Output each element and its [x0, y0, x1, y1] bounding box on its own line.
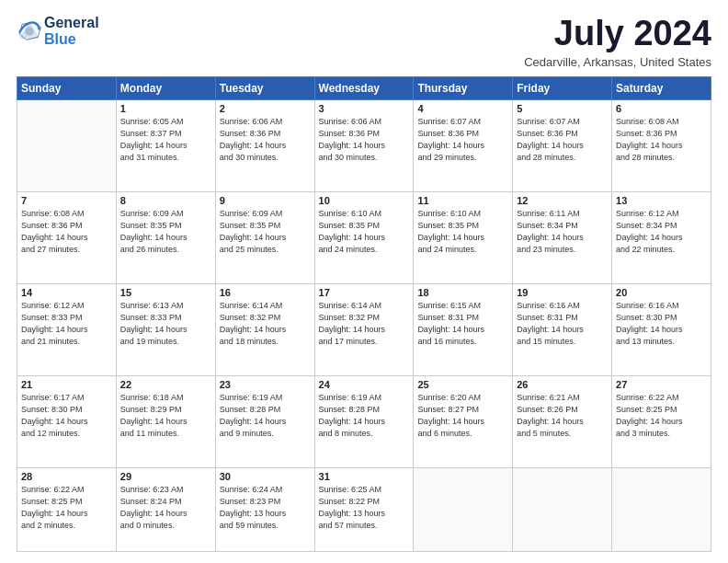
day-number: 22 — [120, 379, 211, 390]
day-number: 3 — [319, 103, 410, 114]
day-number: 2 — [220, 103, 311, 114]
calendar-cell: 23Sunrise: 6:19 AM Sunset: 8:28 PM Dayli… — [215, 375, 314, 467]
day-info: Sunrise: 6:06 AM Sunset: 8:36 PM Dayligh… — [220, 116, 311, 164]
location: Cedarville, Arkansas, United States — [524, 55, 711, 69]
col-monday: Monday — [116, 76, 215, 99]
day-number: 10 — [319, 195, 410, 206]
calendar-cell: 28Sunrise: 6:22 AM Sunset: 8:25 PM Dayli… — [17, 467, 117, 551]
calendar-cell: 16Sunrise: 6:14 AM Sunset: 8:32 PM Dayli… — [215, 283, 314, 375]
calendar-cell: 10Sunrise: 6:10 AM Sunset: 8:35 PM Dayli… — [314, 191, 414, 283]
calendar-cell — [17, 99, 117, 191]
day-info: Sunrise: 6:12 AM Sunset: 8:33 PM Dayligh… — [21, 300, 112, 348]
calendar-cell: 26Sunrise: 6:21 AM Sunset: 8:26 PM Dayli… — [513, 375, 612, 467]
day-number: 20 — [616, 287, 707, 298]
day-info: Sunrise: 6:12 AM Sunset: 8:34 PM Dayligh… — [616, 208, 707, 256]
title-area: July 2024 Cedarville, Arkansas, United S… — [524, 15, 711, 69]
calendar-cell: 21Sunrise: 6:17 AM Sunset: 8:30 PM Dayli… — [17, 375, 117, 467]
day-info: Sunrise: 6:07 AM Sunset: 8:36 PM Dayligh… — [517, 116, 608, 164]
day-number: 11 — [417, 195, 508, 206]
header: General Blue July 2024 Cedarville, Arkan… — [17, 15, 711, 69]
day-number: 19 — [517, 287, 608, 298]
page: General Blue July 2024 Cedarville, Arkan… — [0, 0, 728, 563]
day-info: Sunrise: 6:07 AM Sunset: 8:36 PM Dayligh… — [417, 116, 508, 164]
calendar-cell: 13Sunrise: 6:12 AM Sunset: 8:34 PM Dayli… — [612, 191, 711, 283]
day-info: Sunrise: 6:19 AM Sunset: 8:28 PM Dayligh… — [319, 392, 410, 440]
calendar-cell: 17Sunrise: 6:14 AM Sunset: 8:32 PM Dayli… — [314, 283, 414, 375]
day-info: Sunrise: 6:14 AM Sunset: 8:32 PM Dayligh… — [319, 300, 410, 348]
week-row-5: 28Sunrise: 6:22 AM Sunset: 8:25 PM Dayli… — [17, 467, 711, 551]
col-tuesday: Tuesday — [215, 76, 314, 99]
week-row-4: 21Sunrise: 6:17 AM Sunset: 8:30 PM Dayli… — [17, 375, 711, 467]
day-number: 4 — [417, 103, 508, 114]
day-info: Sunrise: 6:16 AM Sunset: 8:30 PM Dayligh… — [616, 300, 707, 348]
day-number: 12 — [517, 195, 608, 206]
day-info: Sunrise: 6:11 AM Sunset: 8:34 PM Dayligh… — [517, 208, 608, 256]
day-number: 6 — [616, 103, 707, 114]
week-row-3: 14Sunrise: 6:12 AM Sunset: 8:33 PM Dayli… — [17, 283, 711, 375]
day-info: Sunrise: 6:23 AM Sunset: 8:24 PM Dayligh… — [120, 484, 211, 532]
day-info: Sunrise: 6:08 AM Sunset: 8:36 PM Dayligh… — [616, 116, 707, 164]
calendar-cell: 5Sunrise: 6:07 AM Sunset: 8:36 PM Daylig… — [513, 99, 612, 191]
svg-point-3 — [25, 28, 33, 36]
month-title: July 2024 — [524, 15, 711, 53]
day-info: Sunrise: 6:08 AM Sunset: 8:36 PM Dayligh… — [21, 208, 112, 256]
col-sunday: Sunday — [17, 76, 117, 99]
calendar-cell: 25Sunrise: 6:20 AM Sunset: 8:27 PM Dayli… — [414, 375, 513, 467]
day-info: Sunrise: 6:25 AM Sunset: 8:22 PM Dayligh… — [319, 484, 410, 532]
day-number: 25 — [417, 379, 508, 390]
day-info: Sunrise: 6:14 AM Sunset: 8:32 PM Dayligh… — [220, 300, 311, 348]
day-number: 15 — [120, 287, 211, 298]
calendar-cell: 24Sunrise: 6:19 AM Sunset: 8:28 PM Dayli… — [314, 375, 414, 467]
calendar-table: Sunday Monday Tuesday Wednesday Thursday… — [17, 76, 711, 552]
calendar-cell: 8Sunrise: 6:09 AM Sunset: 8:35 PM Daylig… — [116, 191, 215, 283]
calendar-cell: 14Sunrise: 6:12 AM Sunset: 8:33 PM Dayli… — [17, 283, 117, 375]
calendar-cell: 31Sunrise: 6:25 AM Sunset: 8:22 PM Dayli… — [314, 467, 414, 551]
day-info: Sunrise: 6:21 AM Sunset: 8:26 PM Dayligh… — [517, 392, 608, 440]
calendar-cell: 29Sunrise: 6:23 AM Sunset: 8:24 PM Dayli… — [116, 467, 215, 551]
calendar-cell: 2Sunrise: 6:06 AM Sunset: 8:36 PM Daylig… — [215, 99, 314, 191]
calendar-cell: 15Sunrise: 6:13 AM Sunset: 8:33 PM Dayli… — [116, 283, 215, 375]
day-number: 23 — [220, 379, 311, 390]
day-number: 28 — [21, 471, 112, 482]
calendar-cell: 7Sunrise: 6:08 AM Sunset: 8:36 PM Daylig… — [17, 191, 117, 283]
day-number: 24 — [319, 379, 410, 390]
day-number: 5 — [517, 103, 608, 114]
calendar-header-row: Sunday Monday Tuesday Wednesday Thursday… — [17, 76, 711, 99]
day-number: 26 — [517, 379, 608, 390]
day-number: 7 — [21, 195, 112, 206]
day-info: Sunrise: 6:22 AM Sunset: 8:25 PM Dayligh… — [21, 484, 112, 532]
calendar-cell: 6Sunrise: 6:08 AM Sunset: 8:36 PM Daylig… — [612, 99, 711, 191]
calendar-cell: 27Sunrise: 6:22 AM Sunset: 8:25 PM Dayli… — [612, 375, 711, 467]
day-number: 17 — [319, 287, 410, 298]
calendar-cell — [414, 467, 513, 551]
calendar-cell: 30Sunrise: 6:24 AM Sunset: 8:23 PM Dayli… — [215, 467, 314, 551]
day-info: Sunrise: 6:24 AM Sunset: 8:23 PM Dayligh… — [220, 484, 311, 532]
logo-icon — [17, 18, 42, 44]
day-info: Sunrise: 6:10 AM Sunset: 8:35 PM Dayligh… — [417, 208, 508, 256]
day-number: 16 — [220, 287, 311, 298]
col-saturday: Saturday — [612, 76, 711, 99]
calendar-cell: 3Sunrise: 6:06 AM Sunset: 8:36 PM Daylig… — [314, 99, 414, 191]
logo-text: General Blue — [44, 15, 99, 49]
day-info: Sunrise: 6:10 AM Sunset: 8:35 PM Dayligh… — [319, 208, 410, 256]
day-info: Sunrise: 6:17 AM Sunset: 8:30 PM Dayligh… — [21, 392, 112, 440]
calendar-cell: 11Sunrise: 6:10 AM Sunset: 8:35 PM Dayli… — [414, 191, 513, 283]
col-wednesday: Wednesday — [314, 76, 414, 99]
day-info: Sunrise: 6:22 AM Sunset: 8:25 PM Dayligh… — [616, 392, 707, 440]
col-thursday: Thursday — [414, 76, 513, 99]
week-row-1: 1Sunrise: 6:05 AM Sunset: 8:37 PM Daylig… — [17, 99, 711, 191]
day-info: Sunrise: 6:15 AM Sunset: 8:31 PM Dayligh… — [417, 300, 508, 348]
calendar-cell: 1Sunrise: 6:05 AM Sunset: 8:37 PM Daylig… — [116, 99, 215, 191]
day-info: Sunrise: 6:16 AM Sunset: 8:31 PM Dayligh… — [517, 300, 608, 348]
calendar-cell: 19Sunrise: 6:16 AM Sunset: 8:31 PM Dayli… — [513, 283, 612, 375]
calendar-cell: 18Sunrise: 6:15 AM Sunset: 8:31 PM Dayli… — [414, 283, 513, 375]
calendar-cell — [612, 467, 711, 551]
day-number: 9 — [220, 195, 311, 206]
day-number: 1 — [120, 103, 211, 114]
day-number: 30 — [220, 471, 311, 482]
day-number: 8 — [120, 195, 211, 206]
day-number: 18 — [417, 287, 508, 298]
day-info: Sunrise: 6:18 AM Sunset: 8:29 PM Dayligh… — [120, 392, 211, 440]
day-number: 14 — [21, 287, 112, 298]
day-number: 29 — [120, 471, 211, 482]
